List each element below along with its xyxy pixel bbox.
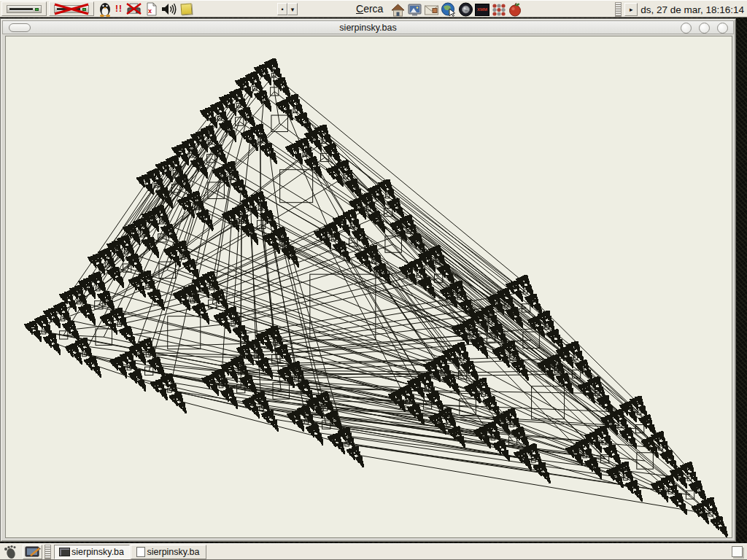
main-menu-button[interactable] <box>3 544 19 559</box>
top-panel: !! x • ▾ Cerca <box>0 0 747 18</box>
penguin-icon <box>98 1 112 17</box>
coin-launcher[interactable] <box>458 2 473 17</box>
bottom-panel: sierpinsky.ba sierpinsky.ba <box>0 543 747 560</box>
app-window: sierpinsky.bas <box>0 18 736 542</box>
window-controls <box>681 23 728 34</box>
clock-applet: ds, 27 de mar, 18:16:14 <box>640 4 746 15</box>
minimize-button[interactable] <box>681 23 692 34</box>
red-cross-icon <box>50 3 93 15</box>
desk-guide-button[interactable] <box>23 545 42 559</box>
document-icon <box>136 547 145 557</box>
drive-mount-applet[interactable] <box>1 1 47 16</box>
envelope-icon <box>424 4 439 16</box>
document-applet[interactable]: x <box>146 2 158 16</box>
drive-led <box>35 8 39 11</box>
sticky-note-icon <box>180 3 192 15</box>
search-rest: erca <box>363 3 383 15</box>
launcher-group: XMM <box>390 1 523 18</box>
drive-unmount-applet[interactable] <box>49 1 94 16</box>
dot-button[interactable]: • <box>277 3 287 15</box>
screenshot-launcher[interactable] <box>407 3 422 17</box>
gnome-foot-icon <box>3 544 19 559</box>
globe-cursor-icon <box>441 2 457 17</box>
window-title: sierpinsky.bas <box>3 23 733 33</box>
notes-applet[interactable] <box>181 4 192 15</box>
round-coin-icon <box>458 2 473 17</box>
speaker-icon <box>160 2 178 16</box>
document-error-icon: x <box>146 2 158 16</box>
xmms-label: XMM <box>477 7 487 12</box>
close-button[interactable] <box>717 23 728 34</box>
home-icon <box>390 3 406 17</box>
search-accel: C <box>356 3 363 15</box>
stacked-balls-icon <box>491 3 506 17</box>
mail-launcher[interactable] <box>424 4 439 16</box>
drive-slot <box>9 8 33 11</box>
search-button[interactable]: Cerca <box>356 3 383 15</box>
tasklist-handle[interactable] <box>44 545 51 559</box>
window-content <box>5 36 732 538</box>
monitor-pencil-icon <box>25 546 41 558</box>
window-titlebar[interactable]: sierpinsky.bas <box>2 20 734 34</box>
task-button[interactable]: sierpinsky.ba <box>131 545 206 559</box>
maximize-button[interactable] <box>699 23 710 34</box>
task-button-active[interactable]: sierpinsky.ba <box>54 545 130 559</box>
svg-text:x: x <box>148 7 152 15</box>
panel-handle[interactable] <box>615 2 622 17</box>
task-label: sierpinsky.ba <box>71 547 124 557</box>
show-desktop-button[interactable] <box>732 546 743 557</box>
monitor-picture-icon <box>407 3 422 17</box>
pager-applet: • ▾ <box>277 3 298 15</box>
apple-launcher[interactable] <box>508 2 522 17</box>
panel-right-group: ▸ ds, 27 de mar, 18:16:14 <box>615 2 746 17</box>
task-label: sierpinsky.ba <box>147 547 199 557</box>
browser-launcher[interactable] <box>441 2 457 17</box>
volume-applet[interactable] <box>160 2 178 16</box>
balls-launcher[interactable] <box>491 3 506 17</box>
drive-face-icon <box>7 5 42 13</box>
xmms-launcher[interactable]: XMM <box>475 4 489 16</box>
penguin-monitor-applet[interactable] <box>98 1 112 17</box>
printer-error-icon <box>125 2 143 16</box>
fractal-canvas <box>6 36 732 537</box>
alert-text: !! <box>115 4 123 14</box>
dropdown-button[interactable]: ▾ <box>287 3 298 15</box>
applet-arrow-button[interactable]: ▸ <box>624 3 638 16</box>
terminal-icon <box>59 548 70 556</box>
home-launcher[interactable] <box>390 3 406 17</box>
printer-applet[interactable] <box>125 2 143 16</box>
apple-icon <box>508 2 522 17</box>
